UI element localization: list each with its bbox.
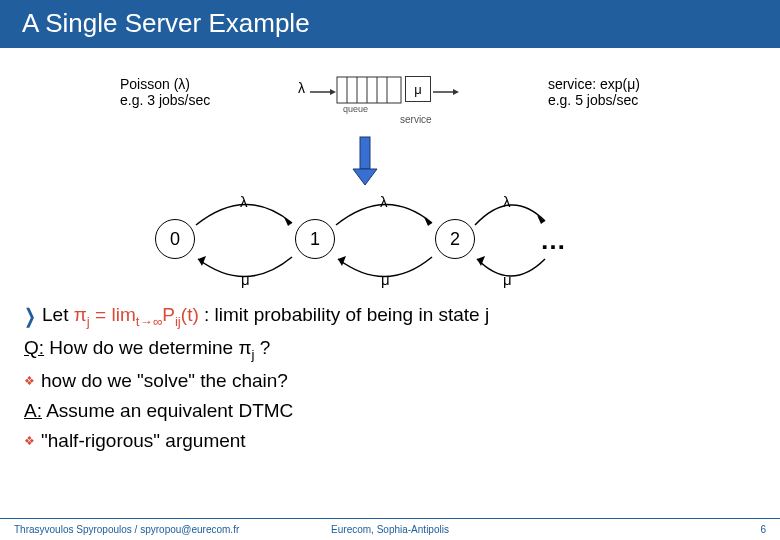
body-content: Let πj = limt→∞Pij(t) : limit probabilit…: [24, 300, 756, 460]
math-expression: πj = limt→∞Pij(t): [74, 304, 199, 325]
page-title: A Single Server Example: [22, 8, 310, 39]
lambda-symbol: λ: [298, 80, 305, 96]
diamond-bullet-icon: ❖: [24, 374, 35, 388]
lambda-label: λ: [503, 193, 511, 210]
question-line: Q: How do we determine πj ?: [24, 337, 756, 362]
buffer-icon: [336, 76, 402, 104]
state-2: 2: [435, 219, 475, 259]
footer-page-number: 6: [760, 524, 766, 535]
mu-label: μ: [381, 271, 390, 288]
queue-diagram: Poisson (λ) e.g. 3 jobs/sec service: exp…: [120, 70, 640, 150]
title-bar: A Single Server Example: [0, 0, 780, 48]
arrival-label: Poisson (λ) e.g. 3 jobs/sec: [120, 76, 210, 108]
let-line: Let πj = limt→∞Pij(t) : limit probabilit…: [24, 304, 756, 329]
answer-bullet: ❖"half-rigorous" argument: [24, 430, 756, 452]
state-0: 0: [155, 219, 195, 259]
ellipsis: …: [540, 225, 566, 256]
arrow-right-icon: [310, 88, 336, 96]
svg-rect-10: [360, 137, 370, 169]
mu-label: μ: [241, 271, 250, 288]
lambda-label: λ: [240, 193, 248, 210]
arrow-right-icon: [433, 88, 459, 96]
mu-label: μ: [503, 271, 512, 288]
queue-tag: queue: [343, 104, 368, 114]
footer-center: Eurecom, Sophia-Antipolis: [331, 524, 449, 535]
svg-marker-9: [453, 89, 459, 95]
lambda-label: λ: [380, 193, 388, 210]
server-box: μ: [405, 76, 431, 102]
markov-chain: λ λ λ 0 1 2 … μ μ μ: [145, 195, 605, 285]
chevron-icon: [24, 304, 42, 325]
service-label: service: exp(μ) e.g. 5 jobs/sec: [548, 76, 640, 108]
state-1: 1: [295, 219, 335, 259]
answer-line: A: Assume an equivalent DTMC: [24, 400, 756, 422]
service-tag: service: [400, 114, 432, 125]
svg-marker-11: [353, 169, 377, 185]
arrow-down-icon: [350, 135, 380, 187]
question-bullet: ❖how do we "solve" the chain?: [24, 370, 756, 392]
footer: Thrasyvoulos Spyropoulos / spyropou@eure…: [0, 518, 780, 540]
diamond-bullet-icon: ❖: [24, 434, 35, 448]
footer-left: Thrasyvoulos Spyropoulos / spyropou@eure…: [14, 524, 239, 535]
